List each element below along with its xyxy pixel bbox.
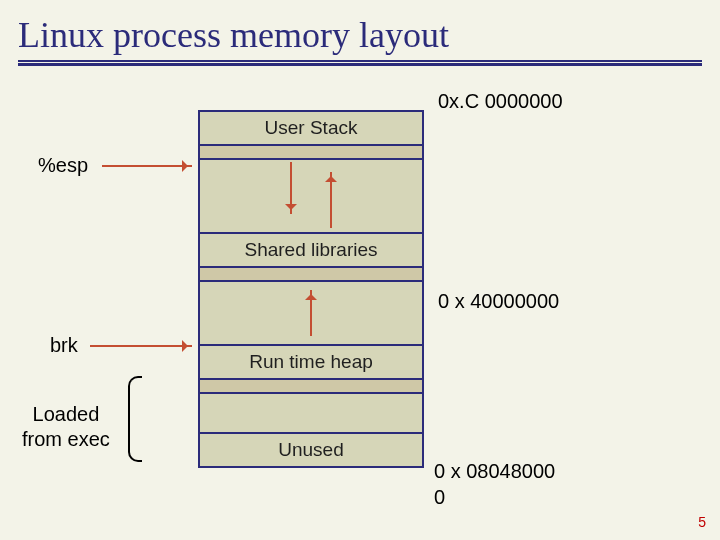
arrow-esp bbox=[102, 165, 192, 167]
slide-title: Linux process memory layout bbox=[0, 0, 720, 60]
shared-gap bbox=[200, 268, 422, 282]
diagram-canvas: User Stack Shared libraries Run time hea… bbox=[0, 72, 720, 540]
arrow-stack-grows-down bbox=[290, 162, 292, 214]
page-number: 5 bbox=[698, 514, 706, 530]
heap-gap bbox=[200, 380, 422, 394]
label-esp: %esp bbox=[38, 154, 88, 177]
segment-unused: Unused bbox=[200, 434, 422, 468]
brace-loaded-from-exec bbox=[128, 376, 142, 462]
label-brk: brk bbox=[50, 334, 78, 357]
addr-shared: 0 x 40000000 bbox=[438, 290, 559, 313]
addr-top: 0x.C 0000000 bbox=[438, 90, 563, 113]
arrow-heap-grows-up bbox=[310, 290, 312, 336]
addr-bottom: 0 bbox=[434, 486, 445, 509]
segment-heap: Run time heap bbox=[200, 346, 422, 380]
segment-shared-libs: Shared libraries bbox=[200, 234, 422, 268]
arrow-toward-stack-up bbox=[330, 172, 332, 228]
arrow-brk bbox=[90, 345, 192, 347]
stack-growth-space bbox=[200, 160, 422, 234]
label-loaded-from-exec: Loaded from exec bbox=[22, 402, 110, 452]
stack-top-gap bbox=[200, 146, 422, 160]
addr-exec: 0 x 08048000 bbox=[434, 460, 555, 483]
title-divider bbox=[18, 60, 702, 66]
segment-user-stack: User Stack bbox=[200, 112, 422, 146]
exec-segment bbox=[200, 394, 422, 434]
